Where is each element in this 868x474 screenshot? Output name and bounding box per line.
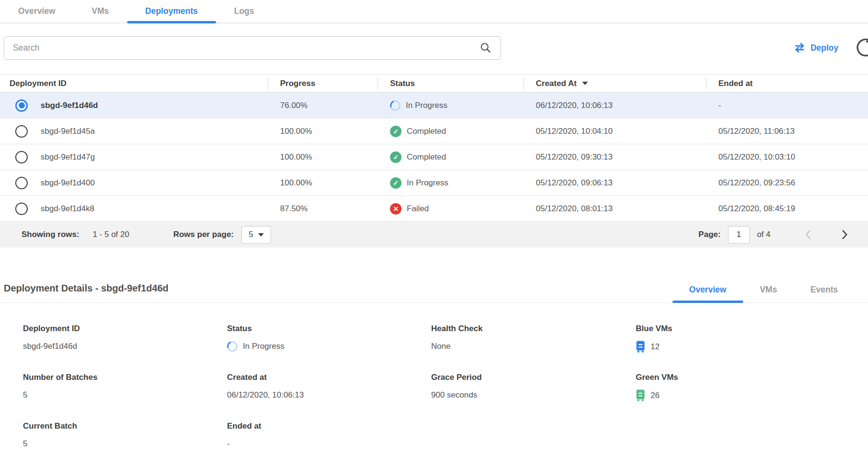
chevron-down-icon [258,233,264,237]
created-at-cell: 06/12/2020, 10:06:13 [523,93,706,118]
vm-server-icon [636,389,645,401]
search-box[interactable] [4,36,501,60]
search-input[interactable] [13,43,479,53]
tab-overview[interactable]: Overview [0,0,74,22]
ended-at-cell: 05/12/2020, 08:45:19 [706,196,868,221]
tab-vms[interactable]: VMs [74,0,127,22]
table-row[interactable]: sbgd-9ef1d46d 76.00% In Progress 06/12/2… [0,93,868,118]
status-cell: ✓ Completed [378,118,523,144]
search-icon [479,42,492,54]
rows-per-page-select[interactable]: 5 [241,226,271,244]
col-header-deployment-id: Deployment ID [0,75,268,92]
rows-per-page-value: 5 [249,230,253,239]
showing-rows-value: 1 - 5 of 20 [93,230,130,239]
deployment-id-cell: sbgd-9ef1d46d [41,101,98,110]
field-status: Status In Progress [227,324,431,353]
page-label: Page: [698,230,720,239]
field-number-of-batches: Number of Batches 5 [23,373,227,401]
field-health-check: Health Check None [431,324,636,353]
details-tab-vms[interactable]: VMs [743,279,794,302]
field-label: Health Check [431,324,636,334]
field-label: Deployment ID [23,324,227,334]
field-label: Current Batch [23,421,227,431]
row-radio[interactable] [15,125,28,138]
page-total: of 4 [757,230,770,239]
vm-server-icon [636,341,645,353]
page-number-input[interactable] [728,226,750,244]
col-header-status: Status [378,75,523,92]
created-at-cell: 05/12/2020, 08:01:13 [523,196,706,221]
created-at-cell: 05/12/2020, 09:06:13 [523,170,706,195]
status-label: Completed [407,152,446,162]
chevron-right-icon [841,229,848,240]
progress-cell: 87.50% [268,196,378,221]
details-fields-grid: Deployment ID sbgd-9ef1d46d Status In Pr… [0,324,868,470]
sort-desc-icon[interactable] [582,82,588,85]
details-title: Deployment Details - sbgd-9ef1d46d [0,283,169,302]
table-row[interactable]: sbgd-9ef1d400 100.00% ✓ In Progress 05/1… [0,170,868,196]
status-label: Completed [407,127,446,136]
details-tab-overview[interactable]: Overview [673,279,743,302]
field-label: Created at [227,373,431,382]
check-circle-icon: ✓ [390,151,401,163]
ended-at-cell: - [706,93,868,118]
details-tabbar: Overview VMs Events [673,279,855,302]
status-label: Failed [407,204,429,214]
status-cell: ✓ In Progress [378,170,523,195]
deployment-id-cell: sbgd-9ef1d4k8 [41,204,94,214]
status-cell: In Progress [378,93,523,118]
refresh-icon[interactable] [855,36,868,58]
previous-page-button[interactable] [805,229,812,240]
ended-at-cell: 05/12/2020, 11:06:13 [706,118,868,144]
deploy-button-label: Deploy [811,43,838,53]
in-progress-spinner-icon [225,339,239,353]
table-row[interactable]: sbgd-9ef1d47g 100.00% ✓ Completed 05/12/… [0,144,868,170]
tab-deployments[interactable]: Deployments [127,0,216,22]
table-row[interactable]: sbgd-9ef1d45a 100.00% ✓ Completed 05/12/… [0,118,868,144]
tab-logs[interactable]: Logs [216,0,272,22]
field-created-at: Created at 06/12/2020, 10:06:13 [227,373,431,401]
in-progress-spinner-icon [388,98,402,112]
col-header-created-at[interactable]: Created At [523,75,706,92]
deployment-id-cell: sbgd-9ef1d45a [41,127,95,136]
field-value: 5 [23,389,227,401]
next-page-button[interactable] [841,229,848,240]
field-grace-period: Grace Period 900 seconds [431,373,636,401]
field-blue-vms: Blue VMs 12 [636,324,868,353]
page-tabbar: Overview VMs Deployments Logs [0,0,868,23]
status-label: In Progress [407,178,448,188]
col-header-label: Deployment ID [10,79,66,88]
check-circle-icon: ✓ [390,126,401,137]
check-circle-icon: ✓ [390,177,401,189]
col-header-progress: Progress [268,75,378,92]
details-tab-events[interactable]: Events [794,279,855,302]
status-cell: ✓ Completed [378,144,523,170]
status-cell: ✕ Failed [378,196,523,221]
rows-per-page-label: Rows per page: [173,230,234,239]
deploy-button[interactable]: Deploy [793,43,838,53]
row-radio[interactable] [15,99,28,112]
table-row[interactable]: sbgd-9ef1d4k8 87.50% ✕ Failed 05/12/2020… [0,196,868,222]
field-label: Blue VMs [636,324,868,334]
row-radio[interactable] [15,203,28,215]
field-value: 900 seconds [431,389,636,401]
field-label: Number of Batches [23,373,227,382]
deployments-table: Deployment ID Progress Status Created At… [0,74,868,248]
row-radio[interactable] [15,177,28,189]
field-label: Status [227,324,431,334]
chevron-left-icon [805,229,812,240]
field-deployment-id: Deployment ID sbgd-9ef1d46d [23,324,227,353]
field-value: 06/12/2020, 10:06:13 [227,389,431,401]
col-header-label: Created At [536,79,576,88]
table-header-row: Deployment ID Progress Status Created At… [0,74,868,93]
col-header-label: Status [390,79,415,88]
created-at-cell: 05/12/2020, 10:04:10 [523,118,706,144]
field-value: 26 [651,391,660,400]
row-radio[interactable] [15,151,28,163]
swap-arrows-icon [793,43,806,53]
field-green-vms: Green VMs 26 [636,373,868,401]
field-ended-at: Ended at - [227,421,431,450]
ended-at-cell: 05/12/2020, 09:23:56 [706,170,868,195]
progress-cell: 100.00% [268,170,378,195]
field-current-batch: Current Batch 5 [23,421,227,450]
